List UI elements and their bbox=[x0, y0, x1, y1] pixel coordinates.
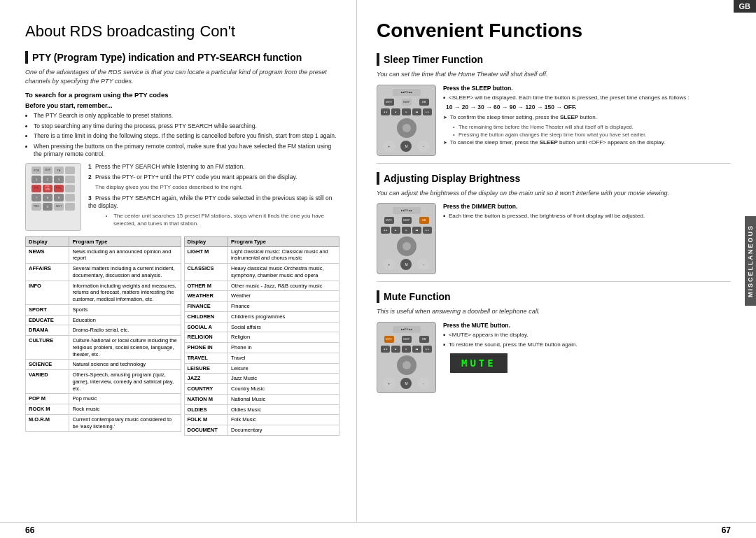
mute-bullet-1: <MUTE> appears in the display. bbox=[443, 332, 731, 339]
table-row: COUNTRYCountry Music bbox=[184, 384, 340, 395]
sleep-press-label: Press the SLEEP button. bbox=[443, 85, 731, 92]
right-page-number: 67 bbox=[722, 525, 731, 535]
table-row: RELIGIONReligion bbox=[184, 332, 340, 343]
section1-intro: One of the advantages of the RDS service… bbox=[25, 68, 340, 85]
table-row: POP MPop music bbox=[26, 394, 181, 404]
miscellaneous-sidebar: MISCELLANEOUS bbox=[745, 216, 756, 306]
table-row: SOCIAL ASocial affairs bbox=[184, 322, 340, 332]
right-page: GB Convenient Functions Sleep Timer Func… bbox=[357, 0, 756, 522]
brightness-desc: Press the DIMMER button. Each time the b… bbox=[443, 203, 731, 274]
bullet-item: There is a time limit in doing the follo… bbox=[34, 132, 340, 140]
mute-intro: This is useful when answering a doorbell… bbox=[377, 307, 731, 316]
right-title: Convenient Functions bbox=[377, 20, 731, 42]
section-bar bbox=[25, 51, 28, 64]
sleep-confirm-sub2: Pressing the button again changes the sl… bbox=[453, 132, 731, 138]
sleep-confirm-sub1: The remaining time before the Home Theat… bbox=[453, 124, 731, 130]
table-row: CHILDRENChildren's programmes bbox=[184, 311, 340, 322]
table-row: OTHER MOther music - Jazz, R&B country m… bbox=[184, 281, 340, 291]
dimmer-bullet: Each time the button is pressed, the bri… bbox=[443, 213, 731, 220]
sleep-timer-heading: Sleep Timer Function bbox=[377, 53, 731, 66]
page-footer: 66 67 bbox=[0, 522, 756, 538]
brightness-heading: Adjusting Display Brightness bbox=[377, 172, 731, 185]
table-row: TRAVELTravel bbox=[184, 353, 340, 363]
bullet-item: When pressing the buttons on the primary… bbox=[34, 143, 340, 159]
mute-content: ▶◀ VOL ▶◀ MUTE SLEEP DIM ◄◄ ■ ► ■■ ►► bbox=[377, 322, 731, 393]
table-row: JAZZJazz Music bbox=[184, 374, 340, 384]
section-bar bbox=[377, 53, 379, 66]
sleep-bullet-1: <SLEEP> will be displayed. Each time the… bbox=[443, 94, 731, 102]
dimmer-press-label: Press the DIMMER button. bbox=[443, 203, 731, 210]
subheading1: To search for a program using the PTY co… bbox=[25, 91, 340, 99]
section-bar bbox=[377, 172, 379, 185]
bullet-item: The PTY Search is only applicable to pre… bbox=[34, 112, 340, 120]
sleep-content: ▶◀ VOL ▶◀ MUTE SLEEP DIM ◄◄ ■ ► ■■ ►► bbox=[377, 85, 731, 156]
sleep-intro: You can set the time that the Home Theat… bbox=[377, 70, 731, 79]
table-row: SCIENCENatural science and technology bbox=[26, 360, 181, 370]
table-row: EDUCATEEducation bbox=[26, 315, 181, 325]
steps-text: 1 Press the PTY SEARCH while listening t… bbox=[88, 163, 340, 231]
left-title: About RDS broadcasting Con't bbox=[25, 20, 340, 41]
table-row: DRAMADrama-Radio serial, etc. bbox=[26, 325, 181, 336]
step-1: 1 Press the PTY SEARCH while listening t… bbox=[88, 163, 340, 171]
remote-illustration: RDS DISP TA 1 2 3 PTY- PTYSCH PTY+ 7 8 9 bbox=[25, 163, 81, 231]
sleep-cancel: To cancel the sleep timer, press the SLE… bbox=[443, 139, 731, 147]
sleep-confirm: To confirm the sleep timer setting, pres… bbox=[443, 114, 731, 122]
col-header-program1: Program Type bbox=[69, 236, 181, 246]
subheading2: Before you start, remember... bbox=[25, 102, 340, 109]
brightness-content: ▶◀ VOL ▶◀ MUTE SLEEP DIM ◄◄ ■ ► ■■ ►► bbox=[377, 203, 731, 274]
table-row: CLASSICSHeavy classical music-Orchestra … bbox=[184, 264, 340, 281]
program-type-table: Display Program Type NEWSNews including … bbox=[25, 236, 340, 436]
mute-heading: Mute Function bbox=[377, 290, 731, 303]
table-row: OLDIESOldies Music bbox=[184, 404, 340, 415]
mute-remote-illustration: ▶◀ VOL ▶◀ MUTE SLEEP DIM ◄◄ ■ ► ■■ ►► bbox=[377, 322, 436, 393]
table-row: AFFAIRSSeveral matters including a curre… bbox=[26, 264, 181, 281]
col-header-display2: Display bbox=[184, 236, 227, 246]
brightness-intro: You can adjust the brightness of the dis… bbox=[377, 189, 731, 198]
left-page: About RDS broadcasting Con't PTY (Progra… bbox=[0, 0, 357, 522]
mute-press-label: Press the MUTE button. bbox=[443, 322, 731, 329]
table-row: LEISURELeisure bbox=[184, 363, 340, 374]
table-row: DOCUMENTDocumentary bbox=[184, 425, 340, 436]
table-row: VARIEDOthers-Speech, amusing program (qu… bbox=[26, 370, 181, 394]
table-row: FINANCEFinance bbox=[184, 302, 340, 312]
section-bar bbox=[377, 290, 379, 303]
table-row: ROCK MRock music bbox=[26, 404, 181, 415]
brightness-remote-illustration: ▶◀ VOL ▶◀ MUTE SLEEP DIM ◄◄ ■ ► ■■ ►► bbox=[377, 203, 436, 274]
steps-area: RDS DISP TA 1 2 3 PTY- PTYSCH PTY+ 7 8 9 bbox=[25, 163, 340, 231]
table-row: PHONE INPhone in bbox=[184, 343, 340, 353]
table-row: WEATHERWeather bbox=[184, 291, 340, 302]
gb-badge: GB bbox=[734, 0, 757, 13]
step-3: 3 Press the PTY SEARCH again, while the … bbox=[88, 194, 340, 228]
sleep-sequence: 10 → 20 → 30 → 60 → 90 → 120 → 150 → OFF… bbox=[443, 104, 731, 111]
sleep-remote-illustration: ▶◀ VOL ▶◀ MUTE SLEEP DIM ◄◄ ■ ► ■■ ►► bbox=[377, 85, 436, 156]
left-page-number: 66 bbox=[25, 525, 34, 535]
sleep-desc: Press the SLEEP button. <SLEEP> will be … bbox=[443, 85, 731, 156]
table-row: NEWSNews including an announced opinion … bbox=[26, 246, 181, 264]
step-2: 2 Press the PTY- or PTY+ until the PTY c… bbox=[88, 174, 340, 191]
table-row: FOLK MFolk Music bbox=[184, 415, 340, 425]
col-header-program2: Program Type bbox=[227, 236, 339, 246]
table-row: INFOInformation including weights and me… bbox=[26, 281, 181, 304]
mute-desc: Press the MUTE button. <MUTE> appears in… bbox=[443, 322, 731, 393]
col-header-display1: Display bbox=[26, 236, 69, 246]
bullet-item: To stop searching any time during the pr… bbox=[34, 122, 340, 130]
before-start-list: The PTY Search is only applicable to pre… bbox=[34, 112, 340, 158]
mute-display: MUTE bbox=[450, 353, 507, 373]
table-row: M.O.R.MCurrent contemporary music consid… bbox=[26, 414, 181, 432]
mute-bullet-2: To restore the sound, press the MUTE but… bbox=[443, 341, 731, 349]
table-row: CULTURECulture-National or local culture… bbox=[26, 336, 181, 360]
section1-heading: PTY (Program Type) indication and PTY-SE… bbox=[25, 51, 340, 64]
table-row: LIGHT MLight classical music: Classical … bbox=[184, 246, 340, 264]
table-row: NATION MNational Music bbox=[184, 394, 340, 404]
table-row: SPORTSports bbox=[26, 304, 181, 315]
